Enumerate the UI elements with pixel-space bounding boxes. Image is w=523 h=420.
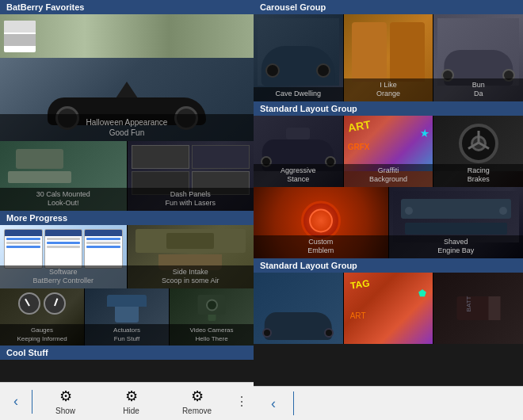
triple-caption-gauges-l2: Keeping Informed bbox=[17, 335, 67, 342]
carousel-row: Cave Dwelling I Like Orange Bun Da bbox=[254, 14, 523, 101]
std-caption-0-l1: Aggressive bbox=[281, 166, 316, 174]
custom-caption-engine: Shaved Engine Bay bbox=[389, 235, 524, 258]
cameras-image bbox=[194, 295, 230, 319]
remove-label: Remove bbox=[182, 407, 212, 415]
triple-cell-cameras[interactable]: Video Cameras Hello There bbox=[169, 288, 254, 346]
hero-white-car bbox=[4, 21, 36, 52]
hide-icon: ⚙ bbox=[125, 388, 138, 405]
seats-image bbox=[348, 18, 429, 86]
progress-caption-software: Software BatBerry Controller bbox=[0, 265, 127, 288]
left-header: BatBerry Favorites bbox=[0, 0, 254, 14]
progress-caption-software-l2: BatBerry Controller bbox=[32, 277, 94, 284]
std-caption-1: Graffiti Background bbox=[344, 164, 433, 187]
progress-cell-intake[interactable]: Side Intake Scoop in some Air bbox=[127, 225, 254, 288]
std-cell-2[interactable]: Racing Brakes bbox=[433, 116, 523, 187]
std-cell2-2[interactable]: BATT bbox=[433, 273, 523, 344]
std2-image-2: BATT bbox=[433, 273, 523, 344]
std-cell2-1[interactable]: TAG ⬟ ART bbox=[343, 273, 433, 344]
std-caption-1-l2: Background bbox=[369, 175, 407, 183]
triple-caption-gauges: Gauges Keeping Informed bbox=[0, 324, 84, 346]
dual-caption-right-l2: Fun with Lasers bbox=[165, 199, 216, 207]
progress-caption-intake: Side Intake Scoop in some Air bbox=[128, 265, 254, 288]
dual-caption-left-l1: 30 Cals Mounted bbox=[36, 190, 90, 198]
std-caption-2-l1: Racing bbox=[468, 166, 490, 174]
more-progress-header: More Progress bbox=[0, 211, 254, 225]
triple-cell-actuators[interactable]: Actuators Fun Stuff bbox=[84, 288, 169, 346]
progress-cell-software[interactable]: Software BatBerry Controller bbox=[0, 225, 127, 288]
aggressive-image bbox=[254, 116, 343, 171]
mini-screen-1 bbox=[4, 229, 43, 269]
progress-caption-software-l1: Software bbox=[49, 268, 78, 276]
exterior-image bbox=[437, 18, 519, 86]
bottom-toolbar: ‹ ⚙ Show ⚙ Hide ⚙ Remove ⋮ bbox=[0, 382, 254, 420]
std-caption-0-l2: Stance bbox=[287, 175, 309, 183]
hero-caption-line1: Halloween Appearance bbox=[86, 118, 168, 127]
actuators-image bbox=[107, 295, 147, 323]
carousel-caption-2-l2: Da bbox=[474, 90, 483, 97]
hide-toolbar-item[interactable]: ⚙ Hide bbox=[98, 388, 164, 415]
custom-cell-emblem[interactable]: Custom Emblem bbox=[254, 187, 388, 258]
triple-caption-cameras-l2: Hello There bbox=[195, 335, 227, 342]
right-back-button[interactable]: ‹ bbox=[254, 395, 293, 412]
dual-cell-right[interactable]: Dash Panels Fun with Lasers bbox=[127, 141, 254, 211]
standard-row-2: TAG ⬟ ART BATT bbox=[254, 273, 523, 344]
carousel-caption-0: Cave Dwelling bbox=[254, 87, 343, 101]
std2-image-0 bbox=[254, 273, 343, 344]
cave-image bbox=[258, 18, 339, 86]
show-toolbar-item[interactable]: ⚙ Show bbox=[32, 388, 98, 415]
brakes-image bbox=[433, 116, 523, 171]
remove-icon: ⚙ bbox=[191, 388, 204, 405]
custom-row: Custom Emblem Shaved Engine Bay bbox=[254, 187, 523, 258]
triple-caption-cameras: Video Cameras Hello There bbox=[170, 324, 254, 346]
carousel-caption-2: Bun Da bbox=[433, 78, 523, 101]
std-cell-0[interactable]: Aggressive Stance bbox=[254, 116, 343, 187]
standard-row-1: Aggressive Stance ART ★ GRFX Graffiti Ba… bbox=[254, 116, 523, 187]
hero-caption-line2: Good Fun bbox=[109, 128, 144, 137]
carousel-cell-1[interactable]: I Like Orange bbox=[343, 14, 433, 101]
show-icon: ⚙ bbox=[59, 388, 72, 405]
std-cell-1[interactable]: ART ★ GRFX Graffiti Background bbox=[343, 116, 433, 187]
mini-screen-3 bbox=[84, 229, 123, 269]
custom-cell-engine[interactable]: Shaved Engine Bay bbox=[388, 187, 524, 258]
cool-stuff-header: Cool Stuff bbox=[0, 346, 254, 360]
mini-screen-2 bbox=[44, 229, 83, 269]
carousel-caption-2-l1: Bun bbox=[472, 81, 485, 89]
more-button[interactable]: ⋮ bbox=[230, 394, 254, 409]
triple-cell-gauges[interactable]: Gauges Keeping Informed bbox=[0, 288, 84, 346]
hero-caption: Halloween Appearance Good Fun bbox=[0, 114, 254, 141]
custom-caption-emblem-l1: Custom bbox=[308, 238, 333, 246]
progress-caption-intake-l2: Scoop in some Air bbox=[162, 277, 220, 284]
progress-caption-intake-l1: Side Intake bbox=[173, 268, 208, 276]
carousel-caption-1-l1: I Like bbox=[380, 81, 397, 89]
std-cell2-0[interactable] bbox=[254, 273, 343, 344]
carousel-caption-0-l1: Cave Dwelling bbox=[276, 90, 322, 97]
carousel-cell-0[interactable]: Cave Dwelling bbox=[254, 14, 343, 101]
right-panel: Carousel Group Cave Dwelling I Like Oran… bbox=[254, 0, 523, 420]
left-panel: BatBerry Favorites Halloween Appearance … bbox=[0, 0, 254, 420]
hide-label: Hide bbox=[123, 407, 139, 415]
std-caption-1-l1: Graffiti bbox=[378, 166, 399, 174]
std-caption-2: Racing Brakes bbox=[433, 164, 523, 187]
triple-row: Gauges Keeping Informed Actuators Fun St… bbox=[0, 288, 254, 346]
dual-cell-left[interactable]: 30 Cals Mounted Look-Out! bbox=[0, 141, 127, 211]
gauges-image bbox=[4, 292, 80, 315]
carousel-cell-2[interactable]: Bun Da bbox=[433, 14, 523, 101]
carousel-caption-1: I Like Orange bbox=[344, 78, 433, 101]
right-divider bbox=[293, 391, 294, 415]
intake-image bbox=[136, 229, 246, 269]
custom-caption-emblem-l2: Emblem bbox=[307, 246, 334, 254]
back-button[interactable]: ‹ bbox=[0, 393, 32, 410]
standard-layout-header-1: Standard Layout Group bbox=[254, 101, 523, 116]
triple-caption-actuators: Actuators Fun Stuff bbox=[85, 324, 169, 346]
standard-layout-header-2: Standard Layout Group bbox=[254, 258, 523, 273]
dual-caption-left-l2: Look-Out! bbox=[48, 199, 79, 207]
custom-caption-emblem: Custom Emblem bbox=[254, 235, 388, 258]
std-caption-0: Aggressive Stance bbox=[254, 164, 343, 187]
triple-caption-gauges-l1: Gauges bbox=[31, 326, 53, 334]
hero-image-container[interactable]: Halloween Appearance Good Fun bbox=[0, 14, 254, 141]
mounted-image bbox=[8, 149, 71, 181]
std-caption-2-l2: Brakes bbox=[468, 175, 490, 183]
remove-toolbar-item[interactable]: ⚙ Remove bbox=[164, 388, 230, 415]
triple-caption-actuators-l1: Actuators bbox=[113, 326, 140, 334]
dual-caption-right: Dash Panels Fun with Lasers bbox=[128, 188, 254, 211]
